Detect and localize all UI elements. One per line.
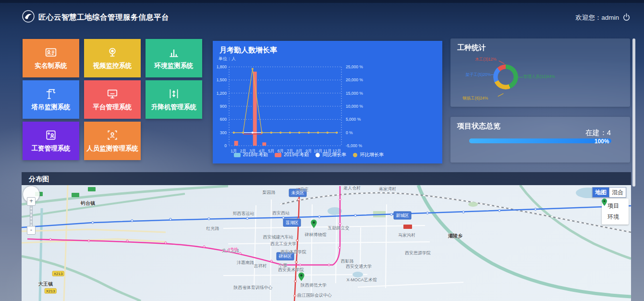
tile-person-monitor-system[interactable]: 人员监测管理系统 xyxy=(84,122,141,160)
map-label: X213 xyxy=(45,288,57,294)
legend-item[interactable]: 2019年考勤 xyxy=(275,151,309,158)
map-label: 大王镇 xyxy=(38,281,53,288)
tile-hoist-system[interactable]: 升降机管理系统 xyxy=(146,80,202,119)
pie-label-carpenter: 木工(3)12% xyxy=(458,57,497,63)
in-construction-label: 在建：4 xyxy=(585,128,611,138)
map-label: 陕西师范大学 xyxy=(301,282,327,288)
distribution-map-section: 分布图 xyxy=(22,172,631,301)
tile-platform-system[interactable]: 平台管理系统 xyxy=(84,80,141,119)
svg-text:10,000 %: 10,000 % xyxy=(346,104,363,109)
map-label: 西安城建汽车站 xyxy=(263,234,293,240)
map-label: 梨园路 xyxy=(263,189,276,196)
id-card-icon xyxy=(45,46,57,59)
map-label: 二府庄 xyxy=(296,187,309,193)
map-label: X213 xyxy=(52,271,64,276)
legend-item[interactable]: 环比增长率 xyxy=(353,151,384,158)
map-zoom-in-button[interactable]: + xyxy=(27,197,36,206)
tile-label: 人员监测管理系统 xyxy=(86,144,138,153)
welcome-text: 欢迎您：admin xyxy=(575,13,619,22)
map-legend-item-environment[interactable]: 环境 xyxy=(602,212,629,223)
attendance-chart-panel: 月考勤人数增长率 单位：人 03006009001,2001,5001,800-… xyxy=(213,41,442,163)
worktype-donut-chart[interactable] xyxy=(493,64,518,89)
pie-callout-line xyxy=(491,75,494,75)
map-zoom-out-button[interactable]: - xyxy=(27,226,36,235)
map-label: 钓台镇 xyxy=(81,200,95,207)
map-label: 蒋家湾村 xyxy=(379,186,396,192)
tile-label: 塔吊监测系统 xyxy=(32,103,71,112)
svg-text:-5,000 %: -5,000 % xyxy=(346,143,362,148)
tile-realname-system[interactable]: 实名制系统 xyxy=(23,39,79,77)
map-label: 西北工业大学 xyxy=(270,241,296,247)
legend-swatch xyxy=(353,153,357,157)
tile-wage-system[interactable]: 工资管理系统 xyxy=(23,122,79,160)
legend-item[interactable]: 同比增长率 xyxy=(316,151,346,158)
map-type-button-hybrid[interactable]: 混合 xyxy=(609,187,626,198)
map-label: 灞陵乡 xyxy=(448,233,462,239)
tile-label: 平台管理系统 xyxy=(93,103,132,112)
tile-video-system[interactable]: 视频监控系统 xyxy=(84,39,141,77)
map-label: 西安交通大学 xyxy=(346,263,372,270)
map-label: 马家沟村 xyxy=(398,232,415,238)
tile-crane-system[interactable]: 塔吊监测系统 xyxy=(23,80,79,119)
bar-chart-icon xyxy=(168,46,180,59)
legend-label: 环比增长率 xyxy=(360,151,384,158)
tower-crane-icon xyxy=(45,88,57,100)
map-label: 莲湖区 xyxy=(283,219,301,227)
svg-text:900: 900 xyxy=(220,104,227,109)
pie-callout-line xyxy=(498,93,504,97)
map-titlebar: 分布图 xyxy=(22,172,631,185)
pie-label-scaffold: 架子工(5)20% xyxy=(450,72,491,78)
legend-item[interactable]: 2018年考勤 xyxy=(234,151,268,158)
map-label: 3号线 xyxy=(228,247,238,252)
map-label: 新城区 xyxy=(394,212,412,220)
legend-swatch xyxy=(275,153,281,157)
legend-label: 2018年考勤 xyxy=(243,151,268,158)
map-zoom-slider[interactable] xyxy=(30,205,33,226)
project-progress-text: 100% xyxy=(595,138,609,145)
project-status-panel: 项目状态总览 在建：4 100% xyxy=(450,117,630,163)
tile-label: 升降机管理系统 xyxy=(151,103,197,112)
header-bar: 匠心云智慧工地综合管理服务信息平台 欢迎您：admin xyxy=(0,3,644,35)
wage-card-icon xyxy=(45,129,57,141)
attendance-chart-legend: 2018年考勤 2019年考勤 同比增长率 环比增长率 xyxy=(227,151,390,158)
map-label: 吉祥村 xyxy=(254,263,267,269)
svg-text:1,800: 1,800 xyxy=(217,64,227,69)
map-label: 西安西站 xyxy=(272,210,290,216)
map-canvas[interactable]: 未央区莲湖区新城区碑林区钓台镇大王镇灞陵乡二府庄老人仓村蒋家湾村梨园路郑西客运站… xyxy=(22,185,631,301)
pie-callout-line xyxy=(499,61,505,64)
legend-label: 同比增长率 xyxy=(322,151,346,158)
hoist-icon xyxy=(168,88,180,100)
map-legend-label: 项目 xyxy=(608,202,619,210)
map-label: 互助路立交 xyxy=(328,225,350,231)
legend-swatch xyxy=(316,153,320,157)
page-scrollbar[interactable] xyxy=(632,38,635,187)
map-label: 陕西省体育训练中心 xyxy=(234,285,273,291)
power-icon[interactable] xyxy=(622,13,631,21)
map-label: 红光路 xyxy=(207,226,219,232)
svg-text:1,500: 1,500 xyxy=(217,77,227,82)
svg-text:0: 0 xyxy=(224,143,227,148)
svg-text:600: 600 xyxy=(220,117,227,122)
map-title: 分布图 xyxy=(29,175,49,184)
system-tile-grid: 实名制系统 视频监控系统 环境监测系统 塔吊监测系统 平台管理系统 升降机管理系… xyxy=(23,39,203,160)
map-label: 郑西客运站 xyxy=(233,211,255,217)
pan-up-arrow-icon[interactable] xyxy=(29,188,33,191)
svg-text:15,000 %: 15,000 % xyxy=(346,91,363,96)
camera-icon xyxy=(106,46,119,59)
project-progress-bar xyxy=(469,138,611,143)
attendance-chart-canvas: 03006009001,2001,5001,800-5,000 %0 %5,00… xyxy=(213,41,442,163)
pie-label-managers: 管理人员(11)44% xyxy=(523,74,555,80)
worktype-stats-panel: 工种统计 管理人员(11)44% 钢筋工(6)24% 架子工(5)20% 木工(… xyxy=(450,38,630,107)
tile-environment-system[interactable]: 环境监测系统 xyxy=(146,39,202,77)
tile-label: 视频监控系统 xyxy=(93,62,132,70)
map-type-button-map[interactable]: 地图 xyxy=(592,187,609,198)
map-legend-label: 环境 xyxy=(608,213,619,221)
project-status-title: 项目状态总览 xyxy=(457,122,500,131)
pan-left-arrow-icon[interactable] xyxy=(24,192,28,196)
pan-right-arrow-icon[interactable] xyxy=(34,192,38,196)
page-title: 匠心云智慧工地综合管理服务信息平台 xyxy=(38,13,169,23)
map-label: 沣惠南路 xyxy=(237,260,254,266)
map-label: X-MOCA艺术馆 xyxy=(347,277,377,283)
legend-label: 2019年考勤 xyxy=(284,151,309,158)
map-label: 老人仓村 xyxy=(343,185,361,191)
